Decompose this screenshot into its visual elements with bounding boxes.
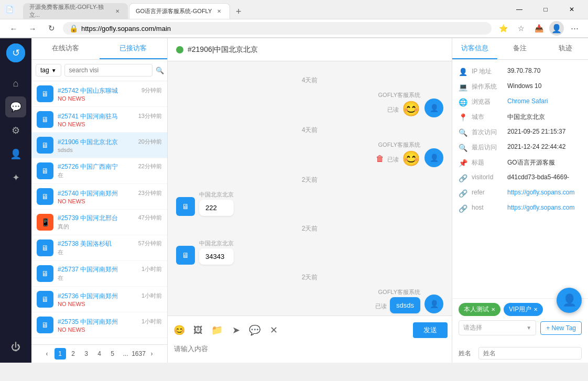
visitor-item[interactable]: 🖥 #25742 中国山东聊城 9分钟前 NO NEWS xyxy=(31,81,167,107)
prev-page-button[interactable]: ‹ xyxy=(41,348,53,360)
title-value: GO语言开源客服 xyxy=(507,158,555,167)
bookmark-button[interactable]: ☆ xyxy=(514,21,528,36)
visitor-item[interactable]: 📱 #25739 中国河北邢台 47分钟前 真的 xyxy=(31,210,167,235)
visitor-item[interactable]: 🖥 #25737 中国河南郑州 1小时前 在 xyxy=(31,261,167,287)
quick-reply-button[interactable]: 💬 xyxy=(247,323,262,338)
sidebar-item-power[interactable]: ⏻ xyxy=(5,336,26,357)
profile-button[interactable]: 👤 xyxy=(549,21,564,36)
user-avatar[interactable]: ↺ xyxy=(6,43,25,62)
info-row-os: 💻 操作系统 Windows 10 xyxy=(452,79,588,94)
link-icon: 🔗 xyxy=(459,174,467,182)
minimize-button[interactable]: — xyxy=(507,0,531,19)
visitor-item[interactable]: 🖥 #25741 中国河南驻马 13分钟前 NO NEWS xyxy=(31,107,167,133)
msg-read-status: 已读 xyxy=(387,106,399,114)
msg-bubble-blue: sdsds xyxy=(390,297,420,313)
emoji-button[interactable]: 😊 xyxy=(172,323,187,338)
tag-remove-test[interactable]: ✕ xyxy=(491,307,495,312)
tag-dropdown[interactable]: 请选择 ▼ xyxy=(459,320,536,335)
visitor-tabs: 在线访客 已接访客 xyxy=(31,38,167,60)
visitor-time-25740: 23分钟前 xyxy=(138,189,162,198)
visitor-item[interactable]: 🖥 #25736 中国河南郑州 1小时前 NO NEWS xyxy=(31,287,167,312)
visitor-name-25742: #25742 中国山东聊城 xyxy=(58,86,118,95)
send-file-button[interactable]: ➤ xyxy=(228,323,243,338)
nav-sidebar: ↺ ⌂ 💬 ⚙ 👤 ✦ ⏻ xyxy=(0,38,31,363)
message-row-right: 👤 GOFLY客服系统 已读 😊 xyxy=(176,91,443,117)
tab-close-2[interactable]: ✕ xyxy=(215,7,223,16)
visitor-item[interactable]: 🖥 #25726 中国广西南宁 22分钟前 在 xyxy=(31,158,167,184)
new-tag-button[interactable]: + New Tag xyxy=(540,321,582,335)
address-input[interactable] xyxy=(81,25,485,32)
delete-message-button[interactable]: 🗑 xyxy=(376,154,384,164)
visitor-time-25741: 13分钟前 xyxy=(138,112,162,121)
chat-title: #21906|中国北京北京 xyxy=(188,45,258,55)
tab-accepted-visitors[interactable]: 已接访客 xyxy=(100,38,168,59)
info-row-first-visit: 🔍 首次访问 2021-09-25 21:15:37 xyxy=(452,125,588,140)
page-button-4[interactable]: 4 xyxy=(94,348,105,360)
tab-visitor-info[interactable]: 访客信息 xyxy=(452,38,497,59)
new-tab-button[interactable]: + xyxy=(231,4,246,19)
ip-label: IP 地址 xyxy=(472,67,503,76)
next-page-button[interactable]: › xyxy=(146,348,158,360)
visitor-status-25741: NO NEWS xyxy=(58,121,162,127)
visitor-status-25738: 在 xyxy=(58,248,162,256)
sidebar-item-plugin[interactable]: ✦ xyxy=(5,167,26,188)
tab-active[interactable]: GO语言开源客服系统-GOFLY ✕ xyxy=(129,3,230,19)
tag-filter-select[interactable]: tag ▼ xyxy=(36,64,61,77)
search-button[interactable]: 🔍 xyxy=(156,67,164,74)
name-field-label: 姓名 xyxy=(459,349,474,358)
back-button[interactable]: ← xyxy=(6,21,21,36)
visitor-name-25736: #25736 中国河南郑州 xyxy=(58,292,118,301)
visitor-time-25737: 1小时前 xyxy=(141,265,162,274)
sidebar-item-settings[interactable]: ⚙ xyxy=(5,120,26,141)
visitor-name-25740: #25740 中国河南郑州 xyxy=(58,189,118,198)
msg-read-status: 已读 xyxy=(375,302,387,310)
send-button[interactable]: 发送 xyxy=(413,322,448,338)
info-row-ip: 👤 IP 地址 39.70.78.70 xyxy=(452,64,588,79)
chat-input[interactable] xyxy=(172,340,448,357)
page-button-3[interactable]: 3 xyxy=(81,348,92,360)
floating-avatar-button[interactable]: 👤 xyxy=(557,288,582,313)
forward-button[interactable]: → xyxy=(25,21,40,36)
city-value: 中国北京北京 xyxy=(507,113,545,122)
sidebar-item-chat[interactable]: 💬 xyxy=(5,96,26,117)
close-chat-button[interactable]: ✕ xyxy=(266,323,281,338)
extensions-button[interactable]: ⭐ xyxy=(496,21,510,36)
host-value: https://gofly.sopans.com xyxy=(507,204,575,211)
sidebar-item-home[interactable]: ⌂ xyxy=(5,73,26,94)
visitor-search-input[interactable] xyxy=(64,64,153,77)
tab-inactive[interactable]: 开源免费客服系统-GOFLY-独立... ✕ xyxy=(23,3,128,19)
name-field-input[interactable] xyxy=(478,347,582,360)
tab-online-visitors[interactable]: 在线访客 xyxy=(31,38,100,59)
visitor-time-25736: 1小时前 xyxy=(141,292,162,301)
page-button-2[interactable]: 2 xyxy=(68,348,79,360)
visitor-item[interactable]: 🖥 #25740 中国河南郑州 23分钟前 NO NEWS xyxy=(31,184,167,210)
visitor-item-active[interactable]: 🖥 #21906 中国北京北京 20分钟前 sdsds xyxy=(31,133,167,158)
refer-label: refer xyxy=(472,189,503,196)
visitor-avatar-25742: 🖥 xyxy=(37,85,53,102)
tag-remove-vip[interactable]: ✕ xyxy=(533,307,538,312)
download-button[interactable]: 📥 xyxy=(531,21,546,36)
refresh-button[interactable]: ↻ xyxy=(44,21,59,36)
visitor-time-25726: 22分钟前 xyxy=(138,162,162,171)
visitor-avatar-25735: 🖥 xyxy=(37,317,53,333)
first-visit-label: 首次访问 xyxy=(472,128,503,137)
image-button[interactable]: 🖼 xyxy=(191,323,205,338)
folder-button[interactable]: 📁 xyxy=(210,323,224,338)
lock-icon: 🔒 xyxy=(69,24,78,32)
visitor-name-25726: #25726 中国广西南宁 xyxy=(58,162,118,171)
tab-notes[interactable]: 备注 xyxy=(497,38,542,59)
refer-icon: 🔗 xyxy=(459,189,467,198)
maximize-button[interactable]: □ xyxy=(533,0,558,19)
visitor-item[interactable]: 🖥 #25735 中国河南郑州 1小时前 NO NEWS xyxy=(31,312,167,338)
sidebar-item-user[interactable]: 👤 xyxy=(5,144,26,165)
visitor-status-25739: 真的 xyxy=(58,223,162,231)
page-button-5[interactable]: 5 xyxy=(107,348,118,360)
tab-track[interactable]: 轨迹 xyxy=(543,38,588,59)
close-button[interactable]: ✕ xyxy=(560,0,584,19)
tag-badge-vip: VIP用户 ✕ xyxy=(504,303,543,316)
page-button-1[interactable]: 1 xyxy=(55,348,66,360)
visitor-item[interactable]: 🖥 #25738 美国洛杉矶 57分钟前 在 xyxy=(31,235,167,261)
tab-close-1[interactable]: ✕ xyxy=(114,7,122,15)
menu-button[interactable]: ⋯ xyxy=(567,21,582,36)
status-dot xyxy=(176,46,183,53)
